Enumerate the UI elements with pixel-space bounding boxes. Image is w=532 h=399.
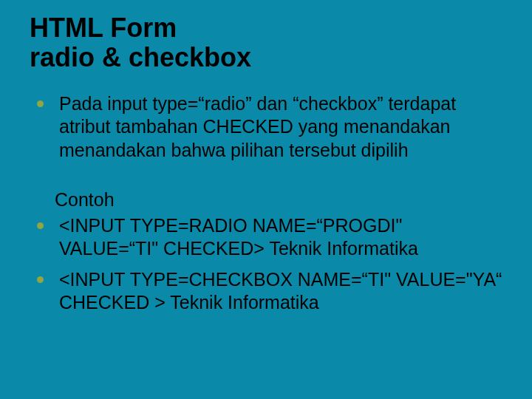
bullet-text: Pada input type=“radio” dan “checkbox” t… <box>59 93 456 160</box>
example-heading: Contoh <box>30 188 502 211</box>
slide-title: HTML Form radio & checkbox <box>30 13 502 72</box>
list-item: Pada input type=“radio” dan “checkbox” t… <box>55 92 502 162</box>
title-line-2: radio & checkbox <box>30 42 251 72</box>
title-line-1: HTML Form <box>30 13 177 43</box>
bullet-list-bottom: <INPUT TYPE=RADIO NAME=“PROGDI" VALUE=“T… <box>30 214 502 314</box>
list-item: <INPUT TYPE=CHECKBOX NAME=“TI" VALUE="YA… <box>55 268 502 315</box>
bullet-text: <INPUT TYPE=CHECKBOX NAME=“TI" VALUE="YA… <box>59 269 502 313</box>
slide: HTML Form radio & checkbox Pada input ty… <box>0 0 532 399</box>
bullet-list-top: Pada input type=“radio” dan “checkbox” t… <box>30 92 502 162</box>
bullet-text: <INPUT TYPE=RADIO NAME=“PROGDI" VALUE=“T… <box>59 215 418 259</box>
list-item: <INPUT TYPE=RADIO NAME=“PROGDI" VALUE=“T… <box>55 214 502 261</box>
slide-body: Pada input type=“radio” dan “checkbox” t… <box>30 92 502 314</box>
